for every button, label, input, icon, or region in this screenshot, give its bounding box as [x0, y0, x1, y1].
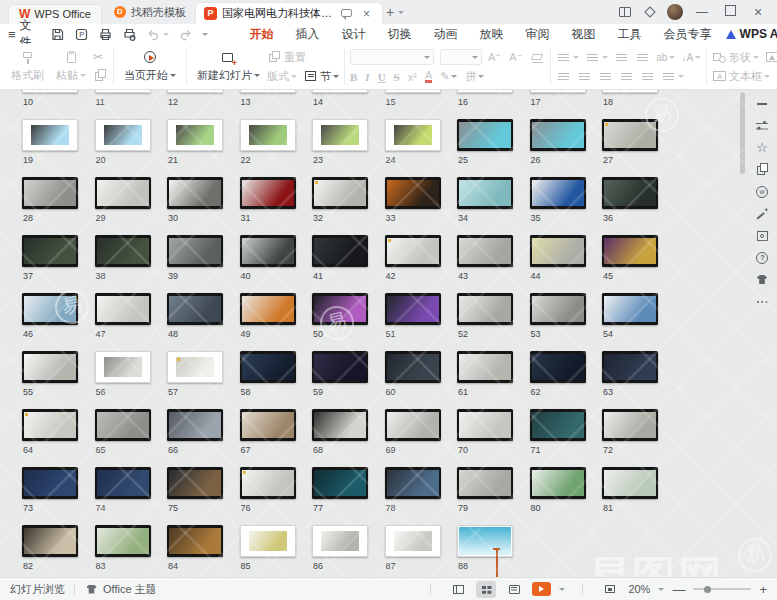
slide-thumbnail-74[interactable] [95, 467, 151, 499]
switch-docs-icon[interactable] [755, 162, 770, 177]
slide-thumbnail-11[interactable] [95, 90, 151, 93]
slide-thumbnail-52[interactable] [457, 293, 513, 325]
smart-beautify-icon[interactable] [755, 206, 770, 221]
slide-thumbnail-24[interactable] [385, 119, 441, 151]
align-right-icon[interactable] [598, 69, 613, 84]
properties-icon[interactable] [755, 118, 770, 133]
quickbar-customize-chevron-icon[interactable] [202, 33, 208, 36]
zoom-chevron-icon[interactable] [658, 588, 664, 591]
slide-thumbnail-62[interactable] [530, 351, 586, 383]
reset-slide-button[interactable]: 重置 [267, 50, 306, 65]
slide-thumbnail-63[interactable] [602, 351, 658, 383]
slide-thumbnail-82[interactable] [22, 525, 78, 557]
phonetic-guide-button[interactable]: 拼 [465, 69, 484, 84]
slide-thumbnail-36[interactable] [602, 177, 658, 209]
slide-thumbnail-22[interactable] [240, 119, 296, 151]
slide-thumbnail-14[interactable] [312, 90, 368, 93]
play-options-chevron-icon[interactable] [559, 588, 565, 591]
zoom-in-button[interactable]: + [759, 582, 767, 597]
slide-thumbnail-44[interactable] [530, 235, 586, 267]
reading-view-button[interactable] [504, 581, 524, 598]
user-avatar[interactable] [667, 4, 683, 20]
tab-list-chevron-icon[interactable] [398, 11, 404, 14]
slide-thumbnail-49[interactable] [240, 293, 296, 325]
slide-thumbnail-57[interactable] [167, 351, 223, 383]
document-tab-active[interactable]: P 国家电网电力科技体验馆方案 × [196, 3, 382, 24]
slide-thumbnail-27[interactable] [602, 119, 658, 151]
slide-thumbnail-46[interactable] [22, 293, 78, 325]
menu-tab-8[interactable]: 视图 [572, 26, 596, 43]
minimize-window-icon[interactable]: — [693, 5, 711, 19]
app-center-icon[interactable] [642, 5, 657, 20]
zoom-slider-knob[interactable] [704, 586, 711, 593]
slide-thumbnail-47[interactable] [95, 293, 151, 325]
slide-thumbnail-42[interactable] [385, 235, 441, 267]
menu-tab-10[interactable]: 会员专享 [664, 26, 712, 43]
clear-format-icon[interactable] [530, 50, 545, 65]
slide-thumbnail-73[interactable] [22, 467, 78, 499]
slide-thumbnail-32[interactable] [312, 177, 368, 209]
align-center-icon[interactable] [577, 69, 592, 84]
close-window-icon[interactable]: × [749, 4, 767, 20]
slide-thumbnail-59[interactable] [312, 351, 368, 383]
slide-thumbnail-26[interactable] [530, 119, 586, 151]
font-name-select[interactable] [350, 49, 434, 65]
slide-thumbnail-81[interactable] [602, 467, 658, 499]
slide-thumbnail-29[interactable] [95, 177, 151, 209]
fit-to-window-button[interactable] [600, 581, 620, 598]
slide-thumbnail-83[interactable] [95, 525, 151, 557]
slide-thumbnail-60[interactable] [385, 351, 441, 383]
slide-thumbnail-79[interactable] [457, 467, 513, 499]
cut-icon[interactable]: ✂ [93, 50, 108, 64]
slide-thumbnail-71[interactable] [530, 409, 586, 441]
undo-history-chevron-icon[interactable] [163, 33, 169, 36]
slide-thumbnail-33[interactable] [385, 177, 441, 209]
slide-thumbnail-64[interactable] [22, 409, 78, 441]
export-pdf-icon[interactable]: P [74, 27, 89, 42]
slide-thumbnail-61[interactable] [457, 351, 513, 383]
slide-thumbnail-40[interactable] [240, 235, 296, 267]
decrease-indent-icon[interactable] [614, 50, 629, 65]
slideshow-play-button[interactable] [532, 582, 551, 596]
section-button[interactable]: 节 [303, 69, 339, 84]
line-spacing-button[interactable] [661, 69, 684, 84]
slide-thumbnail-80[interactable] [530, 467, 586, 499]
menu-tab-4[interactable]: 切换 [388, 26, 412, 43]
text-direction-button[interactable]: ab [656, 52, 675, 63]
normal-view-button[interactable] [448, 581, 468, 598]
slide-thumbnail-25[interactable] [457, 119, 513, 151]
skin-center-icon[interactable] [755, 272, 770, 287]
slide-thumbnail-65[interactable] [95, 409, 151, 441]
slide-thumbnail-12[interactable] [167, 90, 223, 93]
play-from-current-button[interactable]: 当页开始 [119, 48, 181, 85]
menu-tab-7[interactable]: 审阅 [526, 26, 550, 43]
slide-thumbnail-34[interactable] [457, 177, 513, 209]
slide-thumbnail-72[interactable] [602, 409, 658, 441]
menu-tab-2[interactable]: 插入 [296, 26, 320, 43]
slide-thumbnail-55[interactable] [22, 351, 78, 383]
slide-thumbnail-70[interactable] [457, 409, 513, 441]
decrease-font-icon[interactable]: A⁻ [509, 51, 522, 64]
slide-thumbnail-86[interactable] [312, 525, 368, 557]
font-size-select[interactable] [440, 49, 482, 65]
bullet-list-button[interactable] [556, 50, 579, 65]
slide-thumbnail-76[interactable] [240, 467, 296, 499]
slide-thumbnail-48[interactable] [167, 293, 223, 325]
more-tools-icon[interactable] [755, 294, 770, 309]
comment-bubble-icon[interactable] [339, 6, 354, 21]
slide-thumbnail-78[interactable] [385, 467, 441, 499]
slide-thumbnail-18[interactable] [602, 90, 658, 93]
slide-thumbnail-75[interactable] [167, 467, 223, 499]
slide-thumbnail-38[interactable] [95, 235, 151, 267]
superscript-button[interactable]: x² [408, 71, 417, 83]
menu-tab-3[interactable]: 设计 [342, 26, 366, 43]
wps-ai-button[interactable]: WPS AI [726, 27, 777, 41]
slide-thumbnail-58[interactable] [240, 351, 296, 383]
slide-thumbnail-84[interactable] [167, 525, 223, 557]
distribute-icon[interactable] [640, 69, 655, 84]
copy-icon[interactable] [93, 68, 108, 83]
new-tab-button[interactable]: + [382, 2, 398, 22]
undo-icon[interactable] [146, 27, 161, 42]
slide-thumbnail-66[interactable] [167, 409, 223, 441]
scrollbar-thumb[interactable] [740, 92, 745, 174]
